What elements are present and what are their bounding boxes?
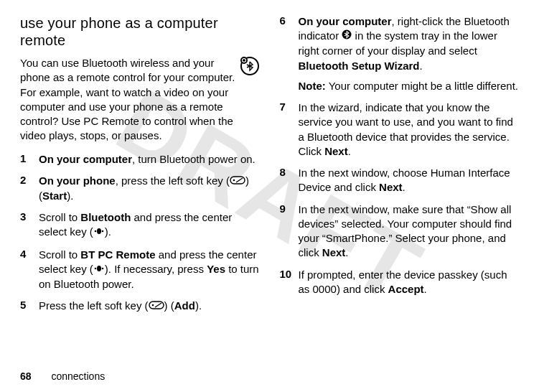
text-run: Next [322, 246, 346, 258]
text-run: ). [67, 190, 73, 202]
text-run: ) ( [164, 299, 174, 312]
text-run: Start [42, 190, 67, 202]
text-run: . [348, 145, 351, 157]
text-run: . [420, 60, 423, 72]
softkey-icon [149, 299, 164, 313]
intro-paragraph: You can use Bluetooth wireless and your … [20, 56, 260, 144]
step-body: If prompted, enter the device passkey (s… [299, 268, 520, 297]
step-8: 8In the next window, choose Human Interf… [280, 166, 520, 195]
step-7: 7In the wizard, indicate that you know t… [280, 101, 520, 159]
step-number: 7 [280, 101, 299, 159]
text-run: Note: [299, 80, 326, 92]
text-run: Accept [388, 283, 424, 295]
center-icon [93, 225, 105, 239]
step-number: 9 [280, 202, 299, 261]
text-run: Bluetooth Setup Wizard [299, 60, 420, 72]
step-10: 10If prompted, enter the device passkey … [280, 268, 520, 297]
text-run: Next [324, 145, 348, 157]
text-run: Your computer might be a little differen… [326, 80, 518, 92]
text-run: Scroll to [39, 248, 80, 261]
step-number: 2 [20, 174, 39, 203]
step-body: In the next window, choose Human Interfa… [299, 166, 520, 195]
step-body: In the wizard, indicate that you know th… [299, 101, 520, 159]
text-run: . [345, 246, 348, 258]
step-3: 3Scroll to Bluetooth and press the cente… [20, 210, 260, 240]
text-run: On your computer [299, 15, 392, 27]
svg-point-6 [95, 230, 97, 233]
text-run: ). If necessary, press [105, 263, 207, 275]
step-body: Press the left soft key () (Add). [39, 299, 260, 314]
step-1: 1On your computer, turn Bluetooth power … [20, 152, 260, 167]
svg-rect-12 [149, 302, 164, 309]
text-run: Press the left soft key ( [39, 299, 149, 312]
step-5: 5Press the left soft key () (Add). [20, 299, 260, 314]
text-run: , press the left soft key ( [116, 174, 230, 187]
section-heading: use your phone as a computer remote [20, 14, 260, 49]
text-run: Scroll to [39, 211, 80, 223]
step-number: 8 [280, 166, 299, 195]
text-run: Yes [207, 263, 225, 275]
svg-point-13 [151, 304, 154, 307]
svg-point-8 [102, 230, 104, 233]
text-run: ). [105, 225, 111, 238]
text-run: . [424, 283, 427, 295]
svg-point-11 [102, 267, 104, 269]
step-body: On your phone, press the left soft key (… [39, 174, 260, 203]
page-content: use your phone as a computer remote You … [20, 14, 519, 353]
text-run: Add [174, 299, 195, 312]
step-body: In the next window, make sure that “Show… [299, 202, 520, 261]
text-run: On your phone [39, 174, 116, 187]
step-body: Scroll to BT PC Remote and press the cen… [39, 248, 260, 292]
btround-icon [342, 29, 352, 43]
step-number: 3 [20, 210, 39, 240]
step-4: 4Scroll to BT PC Remote and press the ce… [20, 248, 260, 292]
text-run: ). [195, 299, 202, 312]
step-2: 2On your phone, press the left soft key … [20, 174, 260, 203]
step-number: 1 [20, 152, 39, 167]
step-number: 5 [20, 299, 39, 314]
page-footer: 68 connections [20, 370, 105, 382]
section-label: connections [51, 370, 105, 382]
step-number: 6 [280, 14, 299, 93]
step-6: 6On your computer, right-click the Bluet… [280, 14, 520, 93]
step-note: Note: Your computer might be a little di… [299, 79, 520, 93]
text-run: . [403, 181, 406, 193]
softkey-icon [230, 174, 245, 188]
text-run: , turn Bluetooth power on. [132, 153, 256, 165]
step-9: 9In the next window, make sure that “Sho… [280, 202, 520, 261]
center-icon [93, 262, 105, 276]
step-body: On your computer, turn Bluetooth power o… [39, 152, 260, 167]
svg-point-7 [97, 228, 101, 234]
step-body: On your computer, right-click the Blueto… [299, 14, 520, 93]
svg-point-5 [233, 179, 235, 181]
bluetooth-feature-icon [240, 56, 260, 80]
text-run: BT PC Remote [80, 248, 155, 261]
svg-point-9 [95, 267, 97, 269]
svg-rect-4 [230, 177, 245, 184]
step-body: Scroll to Bluetooth and press the center… [39, 210, 260, 240]
intro-text: You can use Bluetooth wireless and your … [20, 57, 235, 141]
text-run: On your computer [39, 153, 132, 165]
svg-point-10 [97, 266, 101, 271]
text-run: Next [379, 181, 403, 193]
step-number: 10 [280, 268, 299, 297]
step-number: 4 [20, 248, 39, 292]
text-run: Bluetooth [80, 211, 131, 223]
page-number: 68 [20, 370, 32, 382]
